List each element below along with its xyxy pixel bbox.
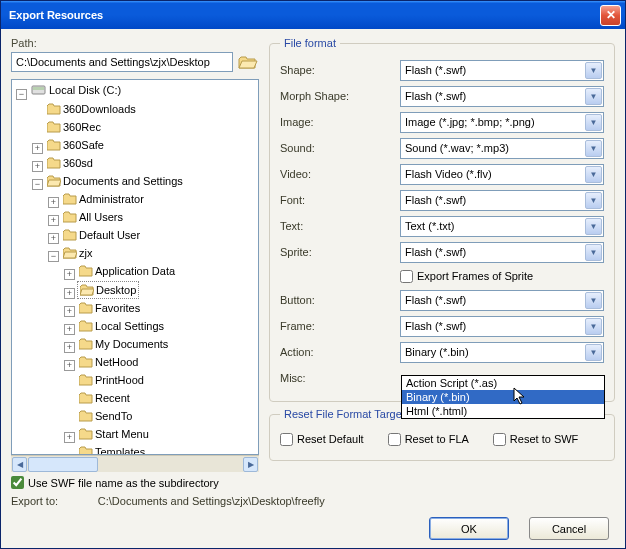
folder-icon (47, 139, 61, 151)
scroll-right-icon[interactable]: ▶ (243, 457, 258, 472)
chevron-down-icon: ▼ (585, 192, 602, 209)
chevron-down-icon: ▼ (585, 114, 602, 131)
disk-icon (31, 83, 47, 97)
tree-node-label: 360Downloads (63, 101, 136, 117)
expand-toggle[interactable]: + (32, 161, 43, 172)
tree-node-selected: Desktop (77, 281, 139, 299)
action-option[interactable]: Html (*.html) (402, 404, 604, 418)
expand-toggle[interactable]: + (64, 342, 75, 353)
expand-toggle[interactable]: + (64, 269, 75, 280)
chevron-down-icon: ▼ (585, 218, 602, 235)
export-frames-checkbox[interactable]: Export Frames of Sprite (400, 265, 604, 287)
folder-icon (47, 121, 61, 133)
tree-node-label: Favorites (95, 300, 140, 316)
chevron-down-icon: ▼ (585, 140, 602, 157)
folder-icon (63, 193, 77, 205)
scroll-left-icon[interactable]: ◀ (12, 457, 27, 472)
action-dropdown-list[interactable]: Action Script (*.as) Binary (*.bin) Html… (401, 375, 605, 419)
ok-button[interactable]: OK (429, 517, 509, 540)
expand-toggle[interactable]: + (32, 143, 43, 154)
morph-shape-select[interactable]: Flash (*.swf)▼ (400, 86, 604, 107)
expand-toggle[interactable]: + (48, 197, 59, 208)
expand-toggle[interactable]: + (64, 360, 75, 371)
expand-toggle[interactable]: + (64, 324, 75, 335)
file-format-group: File format Shape:Flash (*.swf)▼ Morph S… (269, 37, 615, 402)
folder-icon (79, 320, 93, 332)
use-swf-checkbox-input[interactable] (11, 476, 24, 489)
chevron-down-icon: ▼ (585, 88, 602, 105)
expand-toggle[interactable]: + (48, 233, 59, 244)
expand-toggle[interactable]: + (64, 306, 75, 317)
expand-toggle[interactable]: − (32, 179, 43, 190)
shape-label: Shape: (280, 64, 400, 76)
tree-node-label: Documents and Settings (63, 173, 183, 189)
reset-swf-checkbox[interactable]: Reset to SWF (493, 433, 578, 446)
file-format-legend: File format (280, 37, 340, 49)
export-to-value: C:\Documents and Settings\zjx\Desktop\fr… (98, 495, 325, 507)
video-select[interactable]: Flash Video (*.flv)▼ (400, 164, 604, 185)
text-select[interactable]: Text (*.txt)▼ (400, 216, 604, 237)
close-button[interactable]: ✕ (600, 5, 621, 26)
folder-open-icon (238, 54, 258, 70)
font-select[interactable]: Flash (*.swf)▼ (400, 190, 604, 211)
frame-select[interactable]: Flash (*.swf)▼ (400, 316, 604, 337)
browse-folder-button[interactable] (237, 51, 259, 73)
expand-toggle[interactable]: − (48, 251, 59, 262)
action-option[interactable]: Action Script (*.as) (402, 376, 604, 390)
folder-icon (47, 157, 61, 169)
text-label: Text: (280, 220, 400, 232)
chevron-down-icon: ▼ (585, 344, 602, 361)
tree-node-label: zjx (79, 245, 92, 261)
sprite-label: Sprite: (280, 246, 400, 258)
misc-label: Misc: (280, 372, 400, 384)
folder-icon (79, 392, 93, 404)
folder-icon (79, 446, 93, 455)
expand-toggle[interactable]: + (64, 432, 75, 443)
folder-tree[interactable]: −Local Disk (C:) 360Downloads 360Rec +36… (11, 79, 259, 455)
use-swf-checkbox-label: Use SWF file name as the subdirectory (28, 477, 219, 489)
tree-node-label: SendTo (95, 408, 132, 424)
scroll-thumb[interactable] (28, 457, 98, 472)
svg-rect-1 (33, 87, 44, 90)
expand-toggle[interactable]: + (64, 288, 75, 299)
tree-node-label: 360Rec (63, 119, 101, 135)
button-select[interactable]: Flash (*.swf)▼ (400, 290, 604, 311)
tree-node-label: 360sd (63, 155, 93, 171)
action-select[interactable]: Binary (*.bin)▼ (400, 342, 604, 363)
folder-icon (79, 302, 93, 314)
path-input[interactable] (11, 52, 233, 72)
tree-node-label: Local Disk (C:) (49, 82, 121, 98)
horizontal-scrollbar[interactable]: ◀ ▶ (11, 455, 259, 472)
tree-node-label: NetHood (95, 354, 138, 370)
folder-open-icon (80, 284, 94, 296)
folder-icon (63, 229, 77, 241)
reset-default-checkbox[interactable]: Reset Default (280, 433, 364, 446)
chevron-down-icon: ▼ (585, 62, 602, 79)
frame-label: Frame: (280, 320, 400, 332)
folder-open-icon (47, 175, 61, 187)
expand-toggle[interactable]: + (48, 215, 59, 226)
sound-label: Sound: (280, 142, 400, 154)
folder-icon (79, 356, 93, 368)
action-option[interactable]: Binary (*.bin) (402, 390, 604, 404)
tree-node-label: 360Safe (63, 137, 104, 153)
expand-toggle[interactable]: − (16, 89, 27, 100)
sound-select[interactable]: Sound (*.wav; *.mp3)▼ (400, 138, 604, 159)
tree-node-label: Recent (95, 390, 130, 406)
path-label: Path: (11, 37, 259, 49)
folder-icon (79, 410, 93, 422)
chevron-down-icon: ▼ (585, 166, 602, 183)
cancel-button[interactable]: Cancel (529, 517, 609, 540)
use-swf-checkbox[interactable]: Use SWF file name as the subdirectory (11, 476, 259, 489)
tree-node-label: Templates (95, 444, 145, 455)
sprite-select[interactable]: Flash (*.swf)▼ (400, 242, 604, 263)
shape-select[interactable]: Flash (*.swf)▼ (400, 60, 604, 81)
reset-legend: Reset File Format Target (280, 408, 409, 420)
folder-icon (79, 428, 93, 440)
chevron-down-icon: ▼ (585, 244, 602, 261)
tree-node-label: Start Menu (95, 426, 149, 442)
reset-fla-checkbox[interactable]: Reset to FLA (388, 433, 469, 446)
image-select[interactable]: Image (*.jpg; *.bmp; *.png)▼ (400, 112, 604, 133)
tree-node-label: Local Settings (95, 318, 164, 334)
button-label: Button: (280, 294, 400, 306)
